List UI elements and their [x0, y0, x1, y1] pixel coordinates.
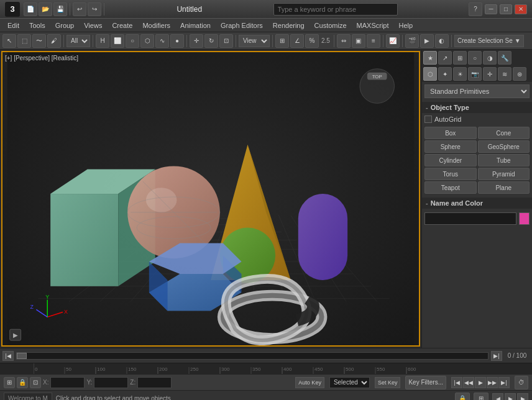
prev-key-btn[interactable]: ◀◀ [463, 377, 474, 388]
key-filters-btn[interactable]: Key Filters... [405, 376, 446, 389]
render-setup[interactable]: 🎬 [405, 34, 419, 48]
select-by-name[interactable]: H [96, 34, 109, 48]
selected-dropdown[interactable]: Selected [329, 377, 370, 388]
help-btn[interactable]: ? [469, 2, 482, 16]
cylinder-button[interactable]: Cylinder [424, 154, 477, 166]
menu-create[interactable]: Create [107, 20, 137, 30]
activeshade[interactable]: ◐ [435, 34, 449, 48]
primitive-dropdown[interactable]: Standard Primitives [424, 84, 530, 98]
plane-button[interactable]: Plane [478, 181, 530, 194]
helpers-subtab[interactable]: ✛ [483, 67, 497, 81]
angle-snap[interactable]: ∠ [290, 34, 304, 48]
mirror-btn[interactable]: ⇔ [337, 34, 351, 48]
create-tab[interactable]: ★ [423, 51, 437, 65]
sphere-button[interactable]: Sphere [424, 140, 477, 153]
paint-select[interactable]: 🖌 [47, 34, 61, 48]
search-bar[interactable] [273, 3, 398, 16]
fence-select[interactable]: ⬡ [140, 34, 154, 48]
bottom-next[interactable]: ▶ [517, 393, 528, 401]
y-input[interactable] [94, 377, 128, 388]
timeline-thumb[interactable] [17, 353, 27, 359]
bottom-prev[interactable]: ◀ [492, 393, 503, 401]
menu-rendering[interactable]: Rendering [268, 20, 310, 30]
spacewarps-subtab[interactable]: ≋ [498, 67, 511, 81]
menu-group[interactable]: Group [50, 20, 80, 30]
autokey-button[interactable]: Auto Key [295, 377, 324, 388]
status-icon-2[interactable]: 🔒 [17, 377, 28, 388]
menu-maxscript[interactable]: MAXScript [352, 20, 394, 30]
geosphere-button[interactable]: GeoSphere [478, 140, 530, 153]
teapot-button[interactable]: Teapot [424, 181, 477, 194]
box-button[interactable]: Box [424, 127, 477, 139]
select-tool[interactable]: ↖ [2, 34, 16, 48]
lasso-btn[interactable]: ∿ [155, 34, 169, 48]
autogrid-checkbox[interactable] [424, 116, 432, 123]
close-button[interactable]: ✕ [515, 4, 527, 14]
pyramid-button[interactable]: Pyramid [478, 168, 530, 180]
cone-button[interactable]: Cone [478, 127, 530, 139]
setkey-button[interactable]: Set Key [375, 377, 401, 388]
grid-icon[interactable]: ⊞ [474, 393, 488, 401]
view-select[interactable]: View [239, 35, 270, 47]
bottom-play[interactable]: ▶ [505, 393, 516, 401]
circle-select[interactable]: ○ [126, 34, 139, 48]
open-btn[interactable]: 📂 [39, 2, 52, 16]
snap-toggle[interactable]: ⊞ [275, 34, 289, 48]
render-btn[interactable]: ▶ [420, 34, 434, 48]
x-input[interactable] [50, 377, 85, 388]
timeline-slider[interactable] [16, 352, 488, 360]
menu-animation[interactable]: Animation [175, 20, 216, 30]
menu-help[interactable]: Help [394, 20, 418, 30]
rotate-tool[interactable]: ↻ [204, 34, 218, 48]
next-frame-btn[interactable]: ▶| [491, 351, 502, 361]
modify-tab[interactable]: ↗ [438, 51, 452, 65]
utilities-tab[interactable]: 🔧 [498, 51, 511, 65]
prev-frame-btn[interactable]: |◀ [2, 351, 14, 361]
color-swatch[interactable] [519, 212, 530, 225]
menu-tools[interactable]: Tools [24, 20, 50, 30]
menu-graph-editors[interactable]: Graph Editors [216, 20, 268, 30]
display-tab[interactable]: ◑ [483, 51, 497, 65]
go-start-btn[interactable]: |◀ [451, 377, 462, 388]
viewport[interactable]: [+] [Perspective] [Realistic] [1, 51, 420, 347]
lasso-select[interactable]: 〜 [32, 34, 46, 48]
status-icon-3[interactable]: ⊡ [30, 377, 41, 388]
minimize-button[interactable]: ─ [485, 4, 497, 14]
hierarchy-tab[interactable]: ⊞ [453, 51, 467, 65]
status-icon-1[interactable]: ⊞ [4, 377, 15, 388]
undo-btn[interactable]: ↩ [73, 2, 86, 16]
menu-views[interactable]: Views [79, 20, 107, 30]
lock-icon[interactable]: 🔒 [455, 393, 470, 401]
shapes-subtab[interactable]: ✦ [438, 67, 452, 81]
rect-select[interactable]: ⬜ [111, 34, 124, 48]
maximize-button[interactable]: □ [500, 4, 512, 14]
percent-snap[interactable]: % [305, 34, 319, 48]
align-btn[interactable]: ▣ [352, 34, 365, 48]
geometry-subtab[interactable]: ⬡ [423, 67, 437, 81]
name-input[interactable] [424, 212, 516, 225]
paint-btn[interactable]: ● [170, 34, 184, 48]
go-end-btn[interactable]: ▶| [498, 377, 510, 388]
new-btn[interactable]: 📄 [24, 2, 37, 16]
menu-modifiers[interactable]: Modifiers [137, 20, 175, 30]
redo-btn[interactable]: ↪ [88, 2, 101, 16]
motion-tab[interactable]: ○ [468, 51, 482, 65]
time-config-btn[interactable]: ⏱ [515, 376, 528, 389]
filter-select[interactable]: All [66, 35, 90, 47]
search-input[interactable] [278, 6, 393, 13]
next-key-btn[interactable]: ▶▶ [487, 377, 498, 388]
cameras-subtab[interactable]: 📷 [468, 67, 482, 81]
curve-editor[interactable]: 📈 [386, 34, 400, 48]
scale-tool[interactable]: ⊡ [219, 34, 233, 48]
tube-button[interactable]: Tube [478, 154, 530, 166]
move-tool[interactable]: ✛ [190, 34, 203, 48]
layer-btn[interactable]: ≡ [367, 34, 380, 48]
menu-customize[interactable]: Customize [310, 20, 352, 30]
select-region[interactable]: ⬚ [17, 34, 31, 48]
torus-button[interactable]: Torus [424, 168, 477, 180]
save-btn[interactable]: 💾 [53, 2, 67, 16]
play-btn[interactable]: ▶ [475, 377, 486, 388]
z-input[interactable] [137, 377, 172, 388]
systems-subtab[interactable]: ⊛ [513, 67, 526, 81]
create-selection-button[interactable]: Create Selection Se ▼ [454, 35, 524, 47]
